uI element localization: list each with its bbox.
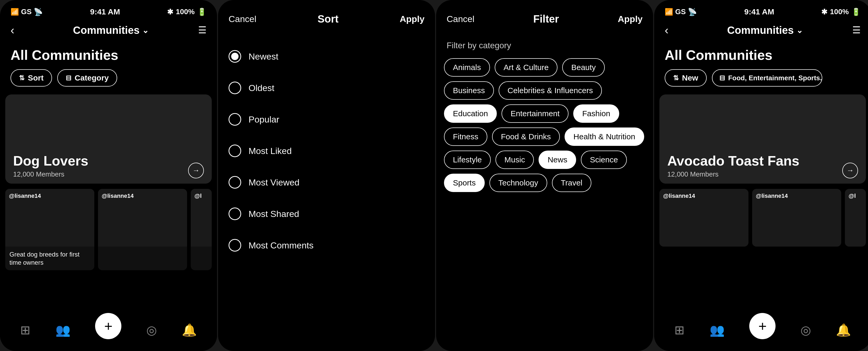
compass-icon-4[interactable]: ◎ [801,323,811,337]
tag-beauty[interactable]: Beauty [562,58,604,77]
sort-label-most-viewed: Most Viewed [249,177,300,187]
community-card-1[interactable]: Dog Lovers 12,000 Members → [5,95,212,184]
sort-cancel[interactable]: Cancel [228,14,256,24]
filter-section-title: Filter by category [436,35,653,58]
posts-row-4: @lisanne14 @lisanne14 @l [654,189,868,247]
nav-chevron-4[interactable]: ⌄ [796,26,803,35]
community-text-4: Avocado Toast Fans 12,000 Members [667,153,800,178]
fab-button-4[interactable]: + [749,313,776,339]
nav-menu-4[interactable]: ☰ [852,25,861,36]
post-caption-1-1: Great dog breeds for first time owners [5,247,94,270]
tag-news[interactable]: News [538,150,576,169]
fab-label-1: + [104,318,113,334]
sort-option-most-comments[interactable]: Most Comments [228,230,425,261]
tag-travel[interactable]: Travel [552,174,591,192]
status-left-4: 📶 GS 📡 [665,8,697,16]
post-thumb-4-2[interactable]: @lisanne14 [752,189,841,247]
phone-screen-1: 📶 GS 📡 9:41 AM ✱ 100% 🔋 ‹ Communities ⌄ … [0,0,217,351]
sort-icon-4: ⇅ [673,74,679,82]
tag-animals[interactable]: Animals [444,58,490,77]
sort-option-popular[interactable]: Popular [228,104,425,135]
sort-option-most-shared[interactable]: Most Shared [228,198,425,230]
sort-icon-1: ⇅ [19,74,25,82]
filter-cancel[interactable]: Cancel [446,14,474,24]
sort-label-4: New [682,73,698,82]
sort-button-4[interactable]: ⇅ New [665,69,707,86]
sort-option-most-liked[interactable]: Most Liked [228,135,425,167]
back-button-4[interactable]: ‹ [665,24,678,37]
sort-option-newest[interactable]: Newest [228,41,425,72]
radio-most-viewed[interactable] [228,176,241,188]
tag-business[interactable]: Business [444,81,494,100]
phone-screen-3: Cancel Filter Apply Filter by category A… [436,0,653,351]
people-icon-4[interactable]: 👥 [710,323,724,337]
tag-education[interactable]: Education [444,104,497,123]
tag-food-drinks[interactable]: Food & Drinks [492,128,560,146]
radio-most-comments[interactable] [228,239,241,252]
grid-icon-1[interactable]: ⊞ [20,323,30,337]
tag-health-nutrition[interactable]: Health & Nutrition [564,128,644,146]
radio-popular[interactable] [228,113,241,126]
post-thumb-1-3[interactable]: @l [191,189,212,270]
nav-menu-1[interactable]: ☰ [198,25,207,36]
post-thumb-1-1[interactable]: @lisanne14 Great dog breeds for first ti… [5,189,94,270]
community-card-4[interactable]: Avocado Toast Fans 12,000 Members → [659,95,866,184]
community-arrow-1[interactable]: → [188,163,204,178]
nav-bar-4: ‹ Communities ⌄ ☰ [654,21,868,42]
status-right-4: ✱ 100% 🔋 [821,8,861,16]
tag-entertainment[interactable]: Entertainment [501,104,568,123]
sort-button-1[interactable]: ⇅ Sort [10,69,52,86]
signal-icon-4: 📶 [665,8,673,16]
community-info-1: Dog Lovers 12,000 Members → [5,148,212,184]
filter-apply[interactable]: Apply [618,14,643,24]
bluetooth-icon: ✱ [167,8,173,16]
filter-header: Cancel Filter Apply [436,0,653,35]
time-display: 9:41 AM [90,7,120,16]
community-arrow-4[interactable]: → [842,163,858,178]
tag-lifestyle[interactable]: Lifestyle [444,150,491,169]
sort-apply[interactable]: Apply [400,14,425,24]
status-bar-4: 📶 GS 📡 9:41 AM ✱ 100% 🔋 [654,0,868,21]
tag-music[interactable]: Music [495,150,534,169]
posts-row-1: @lisanne14 Great dog breeds for first ti… [0,189,217,270]
post-user-1-1: @lisanne14 [9,192,41,199]
sort-options-list: Newest Oldest Popular Most Liked Most Vi… [218,35,435,266]
radio-most-liked[interactable] [228,145,241,157]
tag-celebrities[interactable]: Celebrities & Influencers [499,81,602,100]
filter-active-button-4[interactable]: ⊟ Food, Entertainment, Sports... [712,69,822,86]
sort-option-most-viewed[interactable]: Most Viewed [228,167,425,198]
fab-label-4: + [758,318,767,334]
tag-technology[interactable]: Technology [490,174,547,192]
fab-button-1[interactable]: + [95,313,121,339]
sort-option-oldest[interactable]: Oldest [228,72,425,104]
nav-chevron-1[interactable]: ⌄ [142,26,149,35]
bell-icon-4[interactable]: 🔔 [836,323,851,337]
page-title-1: All Communities [0,42,217,69]
post-user-4-3: @l [848,192,856,199]
grid-icon-4[interactable]: ⊞ [674,323,685,337]
radio-most-shared[interactable] [228,208,241,220]
post-thumb-4-3[interactable]: @l [845,189,866,247]
battery-text: 100% [176,8,195,16]
battery-icon: 🔋 [197,8,207,16]
radio-newest[interactable] [228,50,241,63]
community-members-1: 12,000 Members [13,170,88,178]
tag-fashion[interactable]: Fashion [573,104,619,123]
radio-oldest[interactable] [228,81,241,94]
post-user-4-2: @lisanne14 [756,192,788,199]
tag-science[interactable]: Science [581,150,627,169]
post-thumb-1-2[interactable]: @lisanne14 [98,189,187,270]
post-thumb-4-1[interactable]: @lisanne14 [659,189,748,247]
post-user-1-3: @l [194,192,202,199]
category-button-1[interactable]: ⊟ Category [57,69,117,86]
bell-icon-1[interactable]: 🔔 [182,323,197,337]
back-button-1[interactable]: ‹ [10,24,24,37]
page-title-4: All Communities [654,42,868,69]
compass-icon-1[interactable]: ◎ [146,323,157,337]
tag-art-culture[interactable]: Art & Culture [495,58,558,77]
tag-fitness[interactable]: Fitness [444,128,487,146]
people-icon-1[interactable]: 👥 [56,323,70,337]
filter-title: Filter [533,13,559,25]
tag-sports[interactable]: Sports [444,174,485,192]
nav-title-text-4: Communities [727,24,794,36]
